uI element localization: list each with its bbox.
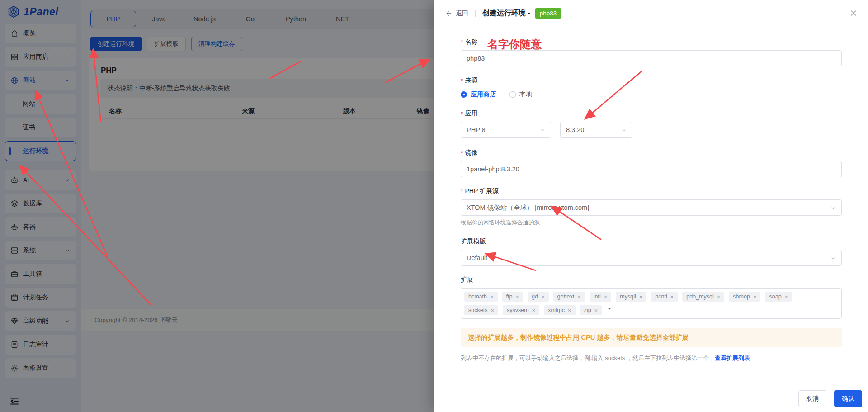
tag-label: intl [594,294,601,300]
create-runtime-drawer: 返回 创建运行环境 - php83 * 名称 php83 * 来源 [434,0,868,412]
divider [475,10,476,17]
runtime-name-badge: php83 [535,8,562,19]
extension-tag: shmop× [729,292,760,302]
app-select[interactable]: PHP 8 [461,122,551,138]
ext-source-help: 根据你的网络环境选择合适的源 [461,219,842,227]
tag-remove-icon[interactable]: × [717,294,721,300]
tag-remove-icon[interactable]: × [639,294,643,300]
tag-label: gd [532,294,538,300]
extension-tag: pdo_mysql× [682,292,724,302]
source-radio-group: 应用商店 本地 [461,90,842,99]
back-button[interactable]: 返回 [445,9,468,18]
version-select-value: 8.3.20 [566,126,584,133]
field-label: PHP 扩展源 [465,187,498,195]
back-label: 返回 [456,9,468,18]
cpu-warning: 选择的扩展越多，制作镜像过程中占用 CPU 越多，请尽量避免选择全部扩展 [461,328,842,347]
radio-on-icon [461,91,467,98]
chevron-down-icon [830,255,836,263]
field-label: 应用 [465,109,477,118]
chevron-down-icon [621,127,627,135]
extensions-label: 扩展 [461,276,842,284]
extension-tag: ftp× [502,292,524,302]
close-icon[interactable] [849,9,858,18]
field-label: 镜像 [465,149,477,157]
view-extension-list-link[interactable]: 查看扩展列表 [715,355,750,361]
template-label: 扩展模版 [461,237,842,246]
radio-local[interactable]: 本地 [509,90,532,99]
name-input[interactable]: php83 [461,50,842,66]
tag-label: pdo_mysql [686,294,713,300]
tag-remove-icon[interactable]: × [532,308,536,313]
tag-remove-icon[interactable]: × [541,294,545,300]
tag-remove-icon[interactable]: × [568,308,571,313]
ext-source-value: XTOM 镜像站（全球） [mirrors.xtom.com] [467,204,589,212]
drawer-header: 返回 创建运行环境 - php83 [434,0,868,27]
extension-tag: soap× [765,292,792,302]
drawer-form: * 名称 php83 * 来源 应用商店 本地 [434,27,868,362]
extension-tag: sysvsem× [503,305,539,315]
tag-label: xmlrpc [548,307,565,313]
tag-remove-icon[interactable]: × [490,294,494,300]
tag-label: soap [769,294,781,300]
tag-label: sockets [468,307,487,313]
tag-remove-icon[interactable]: × [577,294,581,300]
tag-label: bcmath [468,294,487,300]
tag-label: ftp [506,294,513,300]
tag-remove-icon[interactable]: × [785,294,788,300]
app-label: * 应用 [461,109,842,118]
required-mark: * [461,38,463,46]
template-value: Default [467,254,487,261]
chevron-down-icon [539,127,546,135]
extensions-help: 列表中不存在的扩展，可以手动输入之后选择，例:输入 sockets ，然后在下拉… [461,354,842,362]
tag-remove-icon[interactable]: × [594,308,598,313]
radio-label: 应用商店 [471,90,496,99]
tag-remove-icon[interactable]: × [670,294,674,300]
radio-appstore[interactable]: 应用商店 [461,90,496,99]
tag-label: pcntl [655,294,667,300]
extension-tag: zip× [580,305,602,315]
tag-remove-icon[interactable]: × [491,308,494,313]
extension-tag: intl× [590,292,612,302]
extension-tag: pcntl× [651,292,678,302]
radio-label: 本地 [519,90,532,99]
name-label: * 名称 [461,38,842,46]
tag-remove-icon[interactable]: × [753,294,757,300]
extension-tag: gd× [528,292,549,302]
extension-tag: gettext× [553,292,585,302]
extension-tag: sockets× [464,305,498,315]
extension-tag: xmlrpc× [544,305,575,315]
required-mark: * [461,77,463,84]
required-mark: * [461,110,463,117]
image-label: * 镜像 [461,149,842,157]
screen: 1Panel 概览 应用商店 网站 网站 证书 运行环境 AI [0,0,868,412]
required-mark: * [461,188,463,195]
app-select-value: PHP 8 [467,126,486,133]
image-input[interactable]: 1panel-php:8.3.20 [461,161,842,177]
drawer-title: 创建运行环境 - [482,9,530,18]
field-label: 名称 [465,38,477,46]
chevron-down-icon [830,205,836,213]
back-arrow-icon [445,10,453,17]
tag-remove-icon[interactable]: × [604,294,608,300]
extensions-help-text: 列表中不存在的扩展，可以手动输入之后选择，例:输入 sockets ，然后在下拉… [461,355,715,361]
version-select[interactable]: 8.3.20 [560,122,632,138]
name-value: php83 [467,55,485,62]
extension-tag: mysqli× [616,292,646,302]
tag-label: mysqli [620,294,636,300]
tag-label: zip [584,307,591,313]
confirm-button[interactable]: 确认 [834,390,862,407]
drawer-footer: 取消 确认 [434,385,868,412]
template-select[interactable]: Default [461,250,842,266]
ext-source-select[interactable]: XTOM 镜像站（全球） [mirrors.xtom.com] [461,199,842,216]
required-mark: * [461,149,463,156]
source-label: * 来源 [461,76,842,85]
tag-remove-icon[interactable]: × [516,294,519,300]
radio-off-icon [509,91,516,98]
image-value: 1panel-php:8.3.20 [467,166,519,173]
ext-source-label: * PHP 扩展源 [461,187,842,195]
extensions-multiselect[interactable]: bcmath× ftp× gd× gettext× intl× mysqli× … [461,288,842,319]
tag-label: shmop [733,294,750,300]
tag-label: gettext [557,294,575,300]
cancel-button[interactable]: 取消 [798,390,826,407]
field-label: 扩展 [461,276,473,284]
